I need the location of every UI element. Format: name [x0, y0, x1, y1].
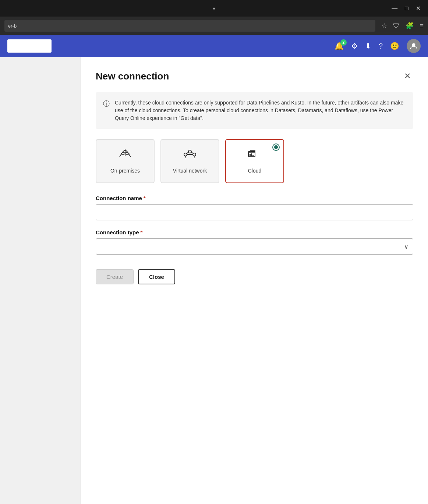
close-button[interactable]: Close — [138, 269, 175, 284]
dialog-title: New connection — [96, 71, 169, 82]
app-header: 🔔 2 ⚙ ⬇ ? 🙂 — [0, 35, 428, 57]
extension-icon[interactable]: 🧩 — [406, 22, 414, 30]
svg-rect-12 — [252, 155, 254, 156]
connection-type-on-premises[interactable]: On-premises — [96, 139, 155, 183]
maximize-button[interactable]: □ — [405, 5, 408, 12]
minimize-button[interactable]: — — [392, 5, 397, 12]
svg-line-6 — [191, 152, 194, 153]
connection-type-virtual-network[interactable]: Virtual network — [160, 139, 219, 183]
info-icon: ⓘ — [103, 99, 110, 122]
select-chevron-icon: ∨ — [404, 243, 408, 250]
cloud-label: Cloud — [248, 167, 262, 174]
create-button[interactable]: Create — [96, 269, 134, 284]
on-premises-label: On-premises — [110, 167, 140, 174]
bookmark-icon[interactable]: ☆ — [381, 22, 387, 30]
dialog-close-button[interactable]: ✕ — [402, 70, 413, 82]
virtual-network-label: Virtual network — [173, 167, 207, 174]
window-close-button[interactable]: ✕ — [416, 5, 421, 12]
connection-type-select[interactable]: ∨ — [96, 238, 413, 255]
connection-name-input[interactable] — [96, 204, 413, 220]
connection-type-cards: On-premises Virtual networ — [96, 139, 413, 183]
chevron-down-icon: ▾ — [213, 6, 215, 11]
cloud-radio-inner — [274, 145, 278, 149]
on-premises-icon — [118, 148, 132, 164]
svg-rect-10 — [250, 154, 251, 156]
connection-name-label: Connection name * — [96, 195, 413, 201]
connection-name-group: Connection name * — [96, 195, 413, 220]
connection-type-label: Connection type * — [96, 229, 413, 235]
browser-navbar: er-bi ☆ 🛡 🧩 ≡ — [0, 17, 428, 35]
address-text: er-bi — [8, 23, 18, 29]
shield-icon[interactable]: 🛡 — [393, 22, 400, 30]
help-icon[interactable]: ? — [379, 42, 383, 50]
browser-nav-icons: ☆ 🛡 🧩 ≡ — [381, 22, 424, 30]
info-banner: ⓘ Currently, these cloud connections are… — [96, 92, 413, 129]
app-logo — [7, 39, 52, 53]
browser-titlebar: ▾ — □ ✕ — [0, 0, 428, 17]
connection-type-required: * — [141, 229, 143, 235]
connection-type-group: Connection type * ∨ — [96, 229, 413, 255]
svg-rect-11 — [251, 153, 252, 156]
download-icon[interactable]: ⬇ — [365, 42, 371, 50]
dialog-title-row: New connection ✕ — [96, 70, 413, 82]
svg-line-5 — [186, 152, 189, 153]
notification-badge: 2 — [340, 39, 347, 46]
dialog-actions: Create Close — [96, 269, 413, 284]
settings-icon[interactable]: ⚙ — [351, 42, 358, 50]
window-controls: — □ ✕ — [392, 5, 421, 12]
cloud-icon — [247, 148, 262, 164]
address-bar[interactable]: er-bi — [4, 20, 375, 32]
sidebar — [0, 57, 81, 504]
svg-point-0 — [412, 43, 415, 47]
header-icons: 🔔 2 ⚙ ⬇ ? 🙂 — [335, 39, 421, 53]
info-banner-text: Currently, these cloud connections are o… — [115, 99, 406, 122]
cloud-selected-radio — [272, 143, 280, 151]
connection-type-cloud[interactable]: Cloud — [225, 139, 284, 183]
notification-bell-icon[interactable]: 🔔 2 — [335, 42, 344, 50]
main-area: New connection ✕ ⓘ Currently, these clou… — [0, 57, 428, 504]
feedback-icon[interactable]: 🙂 — [390, 42, 399, 50]
connection-name-required: * — [144, 195, 146, 201]
menu-icon[interactable]: ≡ — [420, 22, 424, 30]
avatar[interactable] — [407, 39, 421, 53]
dialog-panel: New connection ✕ ⓘ Currently, these clou… — [81, 57, 428, 504]
virtual-network-icon — [183, 148, 197, 164]
